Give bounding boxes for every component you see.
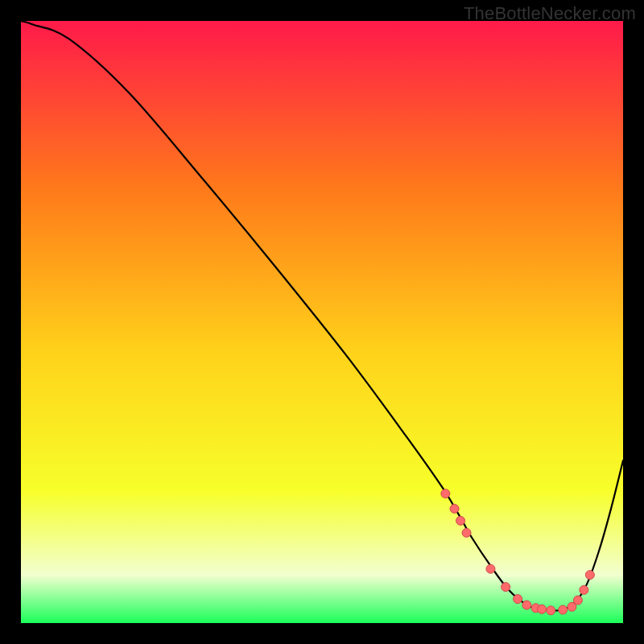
chart-frame: TheBottleNecker.com: [0, 0, 644, 644]
curve-marker: [547, 606, 555, 615]
plot-background: [21, 21, 623, 623]
watermark-label: TheBottleNecker.com: [464, 3, 636, 24]
curve-marker: [514, 595, 522, 604]
curve-marker: [462, 528, 471, 537]
curve-marker: [585, 571, 594, 580]
curve-marker: [559, 605, 568, 614]
curve-marker: [441, 489, 450, 498]
curve-marker: [502, 583, 510, 592]
curve-marker: [580, 585, 588, 594]
curve-marker: [522, 601, 531, 609]
curve-marker: [450, 504, 459, 513]
chart-svg: [21, 21, 623, 623]
plot-area: [21, 21, 623, 623]
curve-marker: [538, 605, 547, 613]
curve-marker: [456, 516, 465, 525]
curve-marker: [486, 564, 495, 573]
curve-marker: [573, 596, 582, 605]
